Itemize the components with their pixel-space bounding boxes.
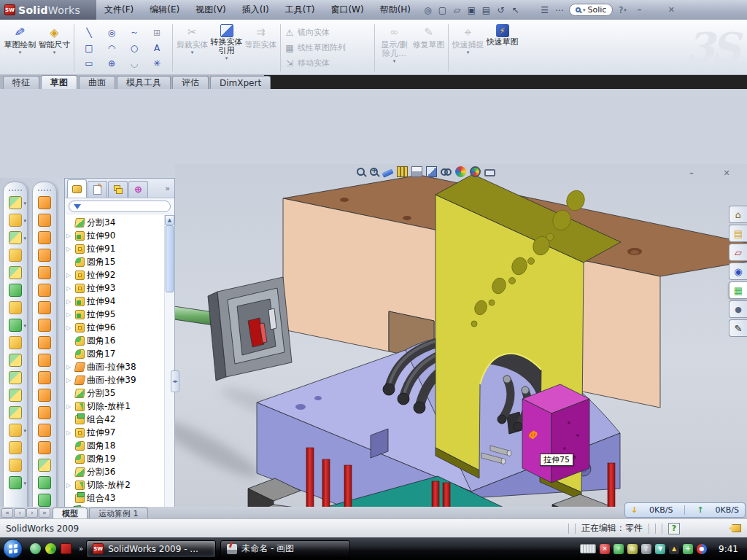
sketch-entity-button[interactable]: ○ bbox=[123, 40, 146, 55]
panel-splitter-handle[interactable]: ◂▸ bbox=[171, 370, 179, 392]
search-scope-dropdown-icon[interactable]: ▾ bbox=[583, 7, 586, 13]
feature-tree-item[interactable]: ▷ 切除-放样1 bbox=[66, 400, 165, 413]
feature-toolbar-icon[interactable] bbox=[9, 459, 22, 472]
document-window-button[interactable] bbox=[703, 168, 715, 178]
ribbon-button[interactable]: 转换实体引用 bbox=[209, 21, 244, 74]
titlebar-tool-button[interactable]: ▢ bbox=[436, 4, 449, 17]
manager-tabs-overflow[interactable]: » bbox=[165, 184, 170, 193]
quick-launch-icon[interactable] bbox=[45, 543, 56, 554]
command-tab[interactable]: 曲面 bbox=[79, 76, 115, 89]
task-pane-tab[interactable]: ▦ bbox=[729, 281, 747, 299]
help-button[interactable]: ?▾ bbox=[616, 4, 629, 17]
tree-filter-box[interactable] bbox=[69, 201, 171, 212]
search-input[interactable]: Solic bbox=[588, 5, 607, 15]
hud-button[interactable] bbox=[484, 168, 496, 176]
expand-arrow-icon[interactable]: ▷ bbox=[66, 364, 73, 370]
document-window-button[interactable]: ✕ bbox=[721, 168, 732, 178]
tray-icon[interactable]: ● bbox=[697, 544, 707, 554]
hud-button[interactable] bbox=[382, 168, 394, 176]
task-pane-tab[interactable]: ◉ bbox=[729, 262, 747, 280]
expand-arrow-icon[interactable]: ▷ bbox=[66, 246, 73, 252]
task-pane-tab[interactable]: ● bbox=[729, 300, 747, 318]
scroll-up-button[interactable]: ▲ bbox=[165, 215, 174, 225]
feature-tree-item[interactable]: ▷ 圆角16 bbox=[66, 334, 165, 347]
start-button[interactable] bbox=[3, 539, 23, 559]
document-tab[interactable]: 运动算例 1 bbox=[89, 508, 148, 518]
feature-tree-item[interactable]: ▷ 圆角17 bbox=[66, 347, 165, 360]
titlebar-tool-button[interactable]: ▣ bbox=[465, 4, 479, 17]
feature-toolbar-icon[interactable] bbox=[9, 371, 22, 384]
mold-toolbar-icon[interactable] bbox=[38, 476, 51, 489]
window-control-button[interactable]: ✕ bbox=[665, 5, 677, 15]
titlebar-tool-button[interactable]: ⋯ bbox=[553, 4, 566, 17]
expand-arrow-icon[interactable]: ▷ bbox=[66, 272, 73, 279]
tray-icon[interactable]: ▲ bbox=[669, 544, 679, 554]
feature-tree-item[interactable]: ▷ 圆角19 bbox=[66, 452, 165, 465]
feature-tree-item[interactable]: ▷ 切除-放样2 bbox=[66, 478, 165, 491]
feature-toolbar-icon[interactable] bbox=[9, 196, 22, 209]
dropdown-caret-icon[interactable] bbox=[53, 50, 56, 55]
expand-arrow-icon[interactable]: ▷ bbox=[66, 403, 73, 410]
task-pane-tab[interactable]: ✎ bbox=[729, 319, 747, 337]
menu-item[interactable]: 插入(I) bbox=[234, 0, 277, 20]
feature-tree-item[interactable]: ▷ 分割34 bbox=[66, 216, 165, 229]
hud-button[interactable] bbox=[441, 166, 452, 177]
quick-launch-icon[interactable] bbox=[61, 543, 71, 554]
feature-tree-item[interactable]: ▷ 拉伸93 bbox=[66, 281, 165, 295]
feature-tree-item[interactable]: ▷ 分割36 bbox=[66, 465, 165, 478]
document-window-button[interactable]: – bbox=[686, 168, 697, 178]
sketch-entity-button[interactable]: □ bbox=[78, 40, 101, 55]
quick-launch-overflow[interactable]: » bbox=[79, 545, 83, 553]
hud-button[interactable] bbox=[356, 167, 366, 176]
hud-button[interactable] bbox=[411, 166, 423, 177]
ribbon-button[interactable]: 剪裁实体 bbox=[175, 21, 209, 74]
command-tab[interactable]: 评估 bbox=[172, 76, 209, 89]
task-pane-tab[interactable]: ⌂ bbox=[729, 206, 747, 223]
sketch-entity-button[interactable]: ▭ bbox=[78, 55, 101, 71]
mold-toolbar-icon[interactable] bbox=[38, 249, 51, 262]
command-tab[interactable]: DimXpert bbox=[210, 76, 271, 89]
tab-nav-button[interactable]: › bbox=[26, 508, 38, 518]
sketch-entity-button[interactable]: A bbox=[146, 40, 169, 55]
tab-nav-button[interactable]: » bbox=[39, 508, 50, 518]
taskbar-clock[interactable]: 9:41 bbox=[713, 544, 744, 554]
mold-toolbar-icon[interactable] bbox=[38, 284, 51, 297]
command-tab[interactable]: 模具工具 bbox=[117, 76, 171, 89]
document-tab[interactable]: 模型 bbox=[53, 508, 88, 518]
manager-tab[interactable] bbox=[88, 181, 107, 198]
menu-item[interactable]: 工具(T) bbox=[277, 0, 323, 20]
mold-toolbar-icon[interactable] bbox=[38, 301, 51, 314]
sketch-entity-button[interactable]: ⊕ bbox=[101, 55, 123, 71]
hud-button[interactable] bbox=[455, 166, 467, 177]
feature-toolbar-icon[interactable] bbox=[9, 249, 22, 262]
expand-arrow-icon[interactable]: ▷ bbox=[66, 324, 73, 331]
feature-toolbar-icon[interactable] bbox=[9, 406, 22, 419]
titlebar-tool-button[interactable]: ◎ bbox=[422, 4, 435, 17]
mold-toolbar-icon[interactable] bbox=[38, 354, 51, 367]
tab-nav-button[interactable]: « bbox=[1, 508, 13, 518]
ribbon-button[interactable]: 智能尺寸 bbox=[37, 21, 71, 74]
feature-toolbar-icon[interactable] bbox=[9, 284, 22, 297]
mold-toolbar-icon[interactable] bbox=[38, 389, 51, 402]
feature-toolbar-icon[interactable] bbox=[9, 389, 22, 402]
hud-button[interactable] bbox=[470, 166, 481, 177]
command-tab[interactable]: 特征 bbox=[3, 76, 39, 89]
sketch-entity-button[interactable]: ✳ bbox=[146, 55, 169, 71]
task-pane-tab[interactable]: ▤ bbox=[729, 225, 747, 242]
mold-toolbar-icon[interactable] bbox=[38, 266, 51, 279]
ribbon-row-button[interactable]: 移动实体 bbox=[283, 57, 372, 70]
tray-icon[interactable] bbox=[580, 544, 596, 553]
taskbar-window-button[interactable]: SWSolidWorks 2009 - ... bbox=[86, 540, 216, 558]
titlebar-tool-button[interactable]: ▤ bbox=[480, 4, 493, 17]
hud-button[interactable] bbox=[397, 166, 409, 177]
mold-toolbar-icon[interactable] bbox=[38, 196, 51, 209]
ribbon-button[interactable]: 等距实体 bbox=[244, 21, 278, 74]
titlebar-tool-button[interactable]: ☰ bbox=[538, 4, 551, 17]
expand-arrow-icon[interactable]: ▷ bbox=[66, 429, 73, 436]
feature-tree-item[interactable]: ▷ 拉伸92 bbox=[66, 268, 165, 281]
menu-item[interactable]: 编辑(E) bbox=[142, 0, 187, 20]
manager-tab[interactable] bbox=[67, 179, 87, 198]
feature-toolbar-icon[interactable] bbox=[9, 476, 22, 489]
ribbon-button[interactable]: 修复草图 bbox=[411, 21, 446, 74]
sketch-entity-button[interactable]: ⊞ bbox=[146, 25, 169, 40]
